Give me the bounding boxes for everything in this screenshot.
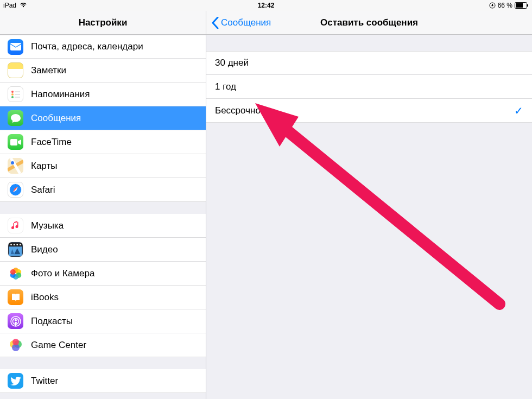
detail-scroll[interactable]: 30 дней1 годБессрочно✓ xyxy=(206,35,532,399)
sidebar-item-photos[interactable]: Фото и Камера xyxy=(0,262,206,286)
option-0[interactable]: 30 дней xyxy=(206,51,532,75)
svg-point-13 xyxy=(11,161,14,164)
svg-point-5 xyxy=(11,91,14,93)
sidebar-item-podcasts[interactable]: Подкасты xyxy=(0,309,206,333)
sidebar-item-ibooks[interactable]: iBooks xyxy=(0,286,206,309)
gamecenter-icon xyxy=(8,337,23,353)
sidebar-scroll[interactable]: Почта, адреса, календариЗаметкиНапоминан… xyxy=(0,35,206,399)
status-right: 66 % xyxy=(489,2,529,9)
battery-percent: 66 % xyxy=(498,2,512,9)
sidebar-item-reminders[interactable]: Напоминания xyxy=(0,83,206,106)
sidebar-item-notes[interactable]: Заметки xyxy=(0,59,206,83)
sidebar-item-label: Музыка xyxy=(31,220,64,231)
ibooks-icon xyxy=(8,289,23,305)
sidebar-item-label: Напоминания xyxy=(31,89,90,100)
notes-icon xyxy=(8,62,23,78)
checkmark-icon: ✓ xyxy=(514,104,523,117)
sidebar-item-label: Почта, адреса, календари xyxy=(31,41,143,52)
status-left: iPad xyxy=(3,2,27,9)
maps-icon xyxy=(8,158,23,174)
sidebar-item-safari[interactable]: Safari xyxy=(0,178,206,202)
svg-rect-11 xyxy=(10,139,17,145)
option-label: 1 год xyxy=(215,81,236,92)
svg-rect-22 xyxy=(9,246,22,256)
chevron-left-icon xyxy=(212,17,219,29)
orientation-lock-icon xyxy=(489,2,496,9)
svg-rect-4 xyxy=(10,43,21,50)
battery-icon xyxy=(515,2,529,9)
options-group: 30 дней1 годБессрочно✓ xyxy=(206,51,532,123)
svg-rect-2 xyxy=(516,3,523,8)
option-1[interactable]: 1 год xyxy=(206,75,532,99)
svg-point-20 xyxy=(16,244,18,245)
sidebar-item-label: Safari xyxy=(31,185,55,195)
sidebar-item-label: Видео xyxy=(31,244,58,255)
svg-rect-3 xyxy=(527,4,528,7)
video-icon xyxy=(8,242,23,257)
sidebar-item-music[interactable]: Музыка xyxy=(0,214,206,238)
back-button[interactable]: Сообщения xyxy=(210,11,273,34)
back-label: Сообщения xyxy=(221,17,271,28)
option-label: 30 дней xyxy=(215,58,249,68)
detail-pane: Сообщения Оставить сообщения 30 дней1 го… xyxy=(206,11,532,399)
svg-point-18 xyxy=(10,244,12,245)
sidebar-item-maps[interactable]: Карты xyxy=(0,154,206,178)
sidebar-item-label: FaceTime xyxy=(31,137,72,148)
sidebar-item-label: Подкасты xyxy=(31,316,73,327)
status-bar: iPad 12:42 66 % xyxy=(0,0,532,11)
sidebar-item-mail[interactable]: Почта, адреса, календари xyxy=(0,35,206,59)
music-icon xyxy=(8,218,23,233)
sidebar-item-label: Фото и Камера xyxy=(31,268,94,279)
reminders-icon xyxy=(8,86,23,102)
photos-icon xyxy=(8,265,23,281)
svg-point-6 xyxy=(11,93,14,96)
sidebar-item-label: Сообщения xyxy=(31,113,81,124)
sidebar-item-twitter[interactable]: Twitter xyxy=(0,369,206,393)
detail-title: Оставить сообщения xyxy=(320,17,418,28)
svg-point-19 xyxy=(14,244,15,245)
sidebar-item-label: Заметки xyxy=(31,65,66,76)
messages-icon xyxy=(8,110,23,126)
podcasts-icon xyxy=(8,313,23,329)
status-time: 12:42 xyxy=(258,2,275,9)
sidebar-item-label: iBooks xyxy=(31,292,59,303)
device-label: iPad xyxy=(3,2,16,9)
sidebar-header: Настройки xyxy=(0,11,206,35)
sidebar-item-facetime[interactable]: FaceTime xyxy=(0,130,206,154)
detail-header: Сообщения Оставить сообщения xyxy=(206,11,532,35)
svg-point-21 xyxy=(20,244,21,245)
svg-point-37 xyxy=(12,339,19,345)
sidebar-item-video[interactable]: Видео xyxy=(0,238,206,262)
sidebar-item-label: Карты xyxy=(31,161,57,172)
sidebar-title: Настройки xyxy=(79,17,128,28)
twitter-icon xyxy=(8,373,23,389)
sidebar-item-messages[interactable]: Сообщения xyxy=(0,106,206,130)
facetime-icon xyxy=(8,134,23,150)
option-2[interactable]: Бессрочно✓ xyxy=(206,99,532,123)
mail-icon xyxy=(8,39,23,55)
option-label: Бессрочно xyxy=(215,105,261,116)
svg-point-7 xyxy=(11,96,14,98)
sidebar-item-gamecenter[interactable]: Game Center xyxy=(0,333,206,357)
settings-sidebar: Настройки Почта, адреса, календариЗаметк… xyxy=(0,11,206,399)
safari-icon xyxy=(8,182,23,198)
svg-point-30 xyxy=(10,269,15,275)
sidebar-item-label: Twitter xyxy=(31,376,58,387)
wifi-icon xyxy=(20,2,27,9)
sidebar-item-label: Game Center xyxy=(31,340,86,351)
svg-point-33 xyxy=(15,319,17,321)
